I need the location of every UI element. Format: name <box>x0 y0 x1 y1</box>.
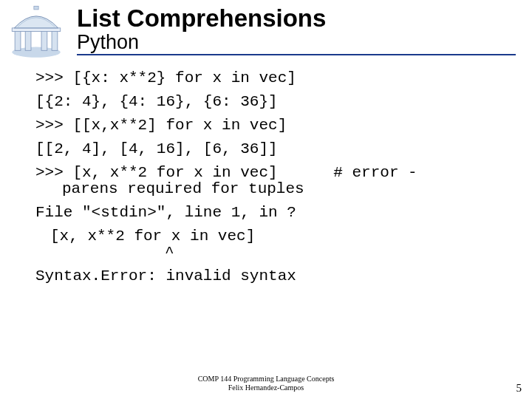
error-snippet: [x, x**2 for x in vec] <box>35 228 516 245</box>
footer-course: COMP 144 Programming Language Concepts <box>0 375 532 383</box>
error-file: File "<stdin>", line 1, in ? <box>35 205 516 221</box>
unc-logo <box>7 1 65 59</box>
footer-author: Felix Hernandez-Campos <box>0 383 532 392</box>
code-output: [{2: 4}, {4: 16}, {6: 36}] <box>35 94 516 110</box>
svg-rect-4 <box>52 30 58 50</box>
code-content: >>> [{x: x**2} for x in vec] [{2: 4}, {4… <box>35 70 516 284</box>
code-text: >>> [x, x**2 for x in vec] <box>35 164 278 181</box>
code-comment: # error - <box>333 164 417 181</box>
error-context: [x, x**2 for x in vec] ^ <box>35 228 516 261</box>
svg-rect-2 <box>25 30 31 50</box>
slide-title: List Comprehensions <box>77 6 532 32</box>
svg-rect-1 <box>15 30 21 50</box>
svg-rect-5 <box>12 28 61 32</box>
error-caret: ^ <box>35 245 516 261</box>
svg-rect-6 <box>34 6 38 10</box>
page-number: 5 <box>516 382 522 395</box>
code-continuation: parens required for tuples <box>35 181 516 197</box>
code-line: >>> [{x: x**2} for x in vec] <box>35 70 516 86</box>
title-divider <box>77 54 516 55</box>
code-line-error: >>> [x, x**2 for x in vec] # error - par… <box>35 165 516 197</box>
code-output: [[2, 4], [4, 16], [6, 36]] <box>35 141 516 157</box>
error-message: Syntax.Error: invalid syntax <box>35 268 516 284</box>
slide-footer: COMP 144 Programming Language Concepts F… <box>0 375 532 392</box>
slide-header: List Comprehensions Python <box>0 0 532 55</box>
slide-subtitle: Python <box>77 32 532 52</box>
code-line: >>> [[x,x**2] for x in vec] <box>35 117 516 134</box>
svg-rect-3 <box>41 30 47 50</box>
